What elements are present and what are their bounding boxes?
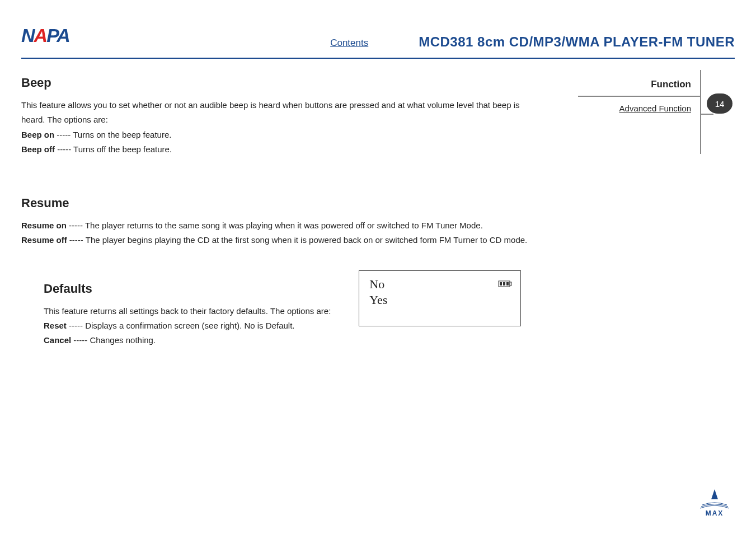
function-label: Function [651,79,691,90]
beep-off-desc: ----- Turns off the beep feature. [55,144,172,154]
contents-link[interactable]: Contents [330,38,368,49]
svg-marker-5 [711,489,718,499]
lcd-option-no: No [369,277,513,293]
content-area: Function Advanced Function 14 Beep This … [21,76,735,348]
defaults-body: This feature returns all settings back t… [44,304,331,348]
side-divider-horizontal [578,96,701,97]
advanced-function-link[interactable]: Advanced Function [619,104,691,113]
page-number-badge: 14 [707,93,732,114]
beep-intro: This feature allows you to set whether o… [21,100,520,124]
defaults-heading: Defaults [44,282,331,296]
max-logo-graphic [698,488,731,510]
beep-off-label: Beep off [21,144,55,154]
logo-letters-pa: PA [46,25,69,46]
max-logo: MAX [698,488,731,517]
page-title: MCD381 8cm CD/MP3/WMA PLAYER-FM TUNER [419,34,735,50]
beep-on-label: Beep on [21,130,54,139]
max-logo-text: MAX [698,509,731,517]
lcd-confirmation-box: No Yes [359,270,521,326]
reset-label: Reset [44,321,67,330]
section-defaults: Defaults This feature returns all settin… [21,282,735,348]
resume-on-label: Resume on [21,221,67,230]
resume-body: Resume on ----- The player returns to th… [21,218,626,248]
defaults-intro: This feature returns all settings back t… [44,306,331,316]
page-header: NAPA Contents MCD381 8cm CD/MP3/WMA PLAY… [21,28,735,59]
resume-off-desc: ----- The player begins playing the CD a… [67,235,528,245]
resume-on-desc: ----- The player returns to the same son… [67,221,483,230]
cancel-label: Cancel [44,335,71,345]
side-divider-vertical [700,70,701,154]
section-resume: Resume Resume on ----- The player return… [21,196,735,248]
svg-rect-2 [500,282,502,285]
lcd-option-yes: Yes [369,292,513,308]
battery-icon [498,275,513,292]
napa-logo: NAPA [21,25,69,46]
svg-rect-1 [510,282,511,285]
svg-rect-4 [506,282,509,285]
logo-letter-n: N [21,25,34,46]
svg-rect-3 [503,282,505,285]
resume-off-label: Resume off [21,235,67,245]
side-connector-line [700,114,713,115]
beep-on-desc: ----- Turns on the beep feature. [54,130,171,139]
reset-desc: ----- Displays a confirmation screen (se… [67,321,295,330]
beep-body: This feature allows you to set whether o… [21,98,536,157]
cancel-desc: ----- Changes nothing. [71,335,156,345]
side-panel: Function Advanced Function 14 [578,70,735,160]
logo-letter-a: A [34,25,47,46]
resume-heading: Resume [21,196,735,210]
